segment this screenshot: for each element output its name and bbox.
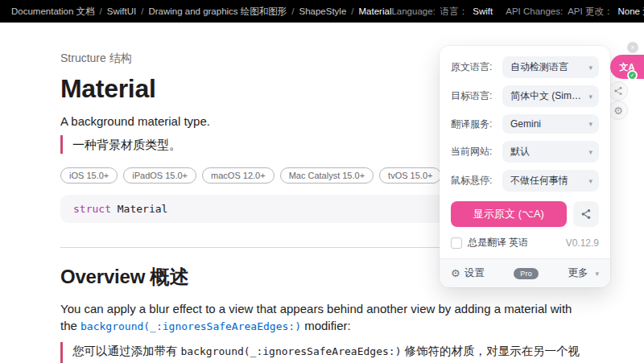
target-language-label: 目标语言: xyxy=(451,89,502,103)
breadcrumb-swiftui[interactable]: SwiftUI xyxy=(107,6,136,16)
source-language-label: 原文语言: xyxy=(451,60,502,74)
top-nav-bar: Documentation 文档 / SwiftUI / Drawing and… xyxy=(0,0,644,23)
always-translate-row: 总是翻译 英语 V0.12.9 xyxy=(451,236,599,250)
always-translate-checkbox[interactable] xyxy=(451,237,462,249)
share-button[interactable] xyxy=(573,201,599,227)
badge-macos: macOS 12.0+ xyxy=(202,167,275,184)
translate-service-row: 翻译服务: Gemini ▾ xyxy=(451,114,599,134)
breadcrumb-shapestyle[interactable]: ShapeStyle xyxy=(299,6,347,16)
more-button[interactable]: 更多 ▾ xyxy=(568,266,599,280)
chevron-down-icon: ▾ xyxy=(595,270,599,278)
code-keyword: struct xyxy=(73,203,111,215)
chevron-down-icon: ▾ xyxy=(588,177,592,185)
target-language-row: 目标语言: 简体中文 (Simplified ... ▾ xyxy=(451,85,599,107)
language-label-zh: 语言： xyxy=(440,6,469,18)
breadcrumb-separator: / xyxy=(100,6,102,16)
mouse-hover-label: 鼠标悬停: xyxy=(451,174,502,188)
breadcrumb-separator: / xyxy=(141,6,143,16)
breadcrumb-documentation[interactable]: Documentation 文档 xyxy=(11,6,95,18)
settings-label: 设置 xyxy=(464,266,485,280)
popup-actions-row: 显示原文 (⌥A) xyxy=(451,201,599,227)
mouse-hover-row: 鼠标悬停: 不做任何事情 ▾ xyxy=(451,170,599,192)
settings-button[interactable]: ⚙ 设置 xyxy=(451,266,485,280)
current-site-value: 默认 xyxy=(510,145,530,159)
breadcrumb-separator: / xyxy=(351,6,353,16)
background-modifier-code: background(_:ignoresSafeAreaEdges:) xyxy=(181,345,402,357)
always-translate-label: 总是翻译 英语 xyxy=(468,236,528,250)
breadcrumb-separator: / xyxy=(291,6,294,16)
overview-text-zh: 您可以通过添加带有 xyxy=(72,344,181,357)
gear-icon: ⚙ xyxy=(613,105,623,117)
translated-check-icon: ✓ xyxy=(627,70,638,80)
badge-ios: iOS 15.0+ xyxy=(60,167,118,184)
gear-icon: ⚙ xyxy=(451,267,460,279)
translate-float-button[interactable]: 文A ✓ xyxy=(610,55,644,79)
float-close-button[interactable]: × xyxy=(627,42,638,53)
badge-tvos: tvOS 15.0+ xyxy=(379,167,441,184)
breadcrumb: Documentation 文档 / SwiftUI / Drawing and… xyxy=(11,6,391,18)
current-site-label: 当前网站: xyxy=(451,145,502,159)
translate-service-select[interactable]: Gemini ▾ xyxy=(502,114,599,134)
source-language-row: 原文语言: 自动检测语言 ▾ xyxy=(451,56,599,78)
page-settings-button[interactable]: ⚙ xyxy=(609,101,628,120)
language-label: Language: xyxy=(391,6,435,16)
mouse-hover-value: 不做任何事情 xyxy=(510,174,568,188)
api-changes-label-zh: API 更改： xyxy=(568,6,613,18)
overview-paragraph-english: You can apply a blur effect to a view th… xyxy=(60,301,592,334)
language-value[interactable]: Swift xyxy=(473,6,493,16)
background-modifier-link[interactable]: background(_:ignoresSafeAreaEdges:) xyxy=(80,320,301,332)
translate-popup: 原文语言: 自动检测语言 ▾ 目标语言: 简体中文 (Simplified ..… xyxy=(440,46,610,287)
translate-service-value: Gemini xyxy=(510,118,541,130)
target-language-value: 简体中文 (Simplified ... xyxy=(510,89,585,103)
current-site-row: 当前网站: 默认 ▾ xyxy=(451,141,599,163)
more-label: 更多 xyxy=(568,266,588,280)
badge-ipados: iPadOS 15.0+ xyxy=(123,167,196,184)
badge-mac-catalyst: Mac Catalyst 15.0+ xyxy=(280,167,374,184)
chevron-down-icon: ▾ xyxy=(588,93,592,101)
chevron-down-icon: ▾ xyxy=(588,148,592,156)
source-language-value: 自动检测语言 xyxy=(510,60,568,74)
chevron-down-icon: ▾ xyxy=(588,64,592,72)
mouse-hover-select[interactable]: 不做任何事情 ▾ xyxy=(502,170,599,192)
share-icon xyxy=(580,208,592,220)
show-original-button[interactable]: 显示原文 (⌥A) xyxy=(451,201,567,227)
source-language-select[interactable]: 自动检测语言 ▾ xyxy=(502,56,599,78)
extension-version: V0.12.9 xyxy=(566,237,599,249)
page-share-button[interactable] xyxy=(609,81,628,101)
nav-meta: Language: 语言： Swift API Changes: API 更改：… xyxy=(391,6,644,18)
breadcrumb-drawing-and-graphics[interactable]: Drawing and graphics 绘图和图形 xyxy=(148,6,287,18)
popup-footer: ⚙ 设置 Pro 更多 ▾ xyxy=(440,258,610,287)
code-symbol-name: Material xyxy=(111,203,167,215)
breadcrumb-material-current: Material xyxy=(359,6,392,16)
target-language-select[interactable]: 简体中文 (Simplified ... ▾ xyxy=(502,85,599,107)
current-site-select[interactable]: 默认 ▾ xyxy=(502,141,599,163)
chevron-down-icon: ▾ xyxy=(588,120,592,128)
overview-paragraph-translated: 您可以通过添加带有 background(_:ignoresSafeAreaEd… xyxy=(60,342,588,363)
translate-service-label: 翻译服务: xyxy=(451,118,502,131)
api-changes-label: API Changes: xyxy=(506,6,563,16)
overview-text: modifier: xyxy=(301,319,351,332)
close-icon: × xyxy=(630,43,634,52)
api-changes-value[interactable]: None 无 xyxy=(617,6,644,18)
pro-badge[interactable]: Pro xyxy=(514,268,539,279)
share-icon xyxy=(613,86,623,96)
